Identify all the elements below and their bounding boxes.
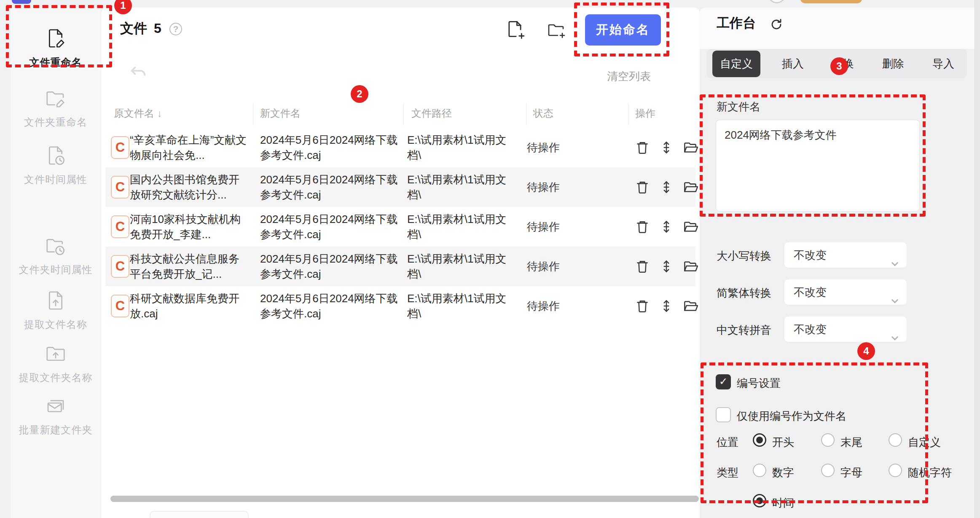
sidebar-item-batch-new-folder[interactable]: 批量新建文件夹: [11, 395, 101, 437]
position-start-label: 开头: [772, 435, 794, 450]
cell-status: 待操作: [527, 298, 590, 314]
tab-replace[interactable]: 替换: [825, 51, 861, 76]
tab-delete[interactable]: 删除: [875, 51, 911, 76]
file-time-icon: [44, 144, 67, 170]
move-row-icon[interactable]: [658, 298, 674, 314]
chevron-down-icon: [891, 289, 899, 297]
table-row: C “辛亥革命在上海”文献文物展向社会免... 2024年5月6日2024网络下…: [105, 128, 695, 167]
column-header-file-path: 文件路径: [411, 107, 452, 120]
type-number-radio[interactable]: [753, 464, 766, 477]
chevron-down-icon: [891, 326, 899, 334]
header-divider: [526, 103, 526, 125]
sidebar-item-label: 文件重命名: [30, 56, 82, 69]
table-row: C 河南10家科技文献机构免费开放_李建... 2024年5月6日2024网络下…: [105, 207, 695, 247]
type-random-radio[interactable]: [889, 464, 902, 477]
numbering-enable-label: 编号设置: [737, 376, 781, 391]
case-convert-label: 大小写转换: [717, 249, 771, 263]
bottom-partial-button[interactable]: [150, 511, 249, 518]
delete-row-icon[interactable]: [634, 140, 650, 156]
table-row: C 科研文献数据库免费开放.caj 2024年5月6日2024网络下载参考文件.…: [105, 286, 695, 326]
cell-status: 待操作: [527, 259, 590, 274]
workbench-panel: 工作台 自定义 插入 替换 删除 导入 新文件名 大小写转换 不改变 简繁体转换…: [700, 0, 975, 518]
open-folder-icon[interactable]: [682, 219, 698, 235]
delete-row-icon[interactable]: [634, 219, 650, 235]
sidebar-item-file-rename[interactable]: 文件重命名: [11, 27, 101, 69]
sidebar-item-folder-time[interactable]: 文件夹时间属性: [11, 234, 101, 276]
window-fragment-blue: [12, 0, 31, 4]
type-number-label: 数字: [772, 465, 794, 480]
open-folder-icon[interactable]: [682, 179, 698, 195]
new-filename-input[interactable]: [716, 120, 920, 212]
table-row: C 科技文献公共信息服务平台免费开放_记... 2024年5月6日2024网络下…: [105, 247, 695, 286]
traditional-convert-select[interactable]: 不改变: [784, 279, 907, 305]
sidebar: 文件重命名 文件夹重命名 文件时间属性 文件夹时间属性 提取文件名称 提取文件夹…: [11, 8, 101, 518]
move-row-icon[interactable]: [658, 219, 674, 235]
horizontal-scrollbar[interactable]: [110, 496, 699, 502]
open-folder-icon[interactable]: [682, 298, 698, 314]
pinyin-convert-label: 中文转拼音: [717, 323, 771, 338]
pinyin-convert-select[interactable]: 不改变: [784, 316, 907, 342]
position-custom-radio[interactable]: [889, 433, 902, 447]
open-folder-icon[interactable]: [682, 258, 698, 274]
move-row-icon[interactable]: [658, 258, 674, 274]
cell-status: 待操作: [527, 219, 590, 234]
tab-custom[interactable]: 自定义: [712, 51, 760, 77]
sidebar-item-label: 提取文件名称: [24, 318, 87, 331]
main-area: 文件5 ? 开始命名 清空列表 原文件名 ↓ 新文件名 文件路径 状态 操作 C…: [101, 0, 700, 518]
extract-file-name-icon: [44, 289, 67, 315]
numbering-enable-checkbox[interactable]: ✓: [716, 374, 731, 389]
tab-import[interactable]: 导入: [926, 51, 961, 76]
clear-list-button[interactable]: 清空列表: [607, 69, 662, 84]
help-icon[interactable]: ?: [169, 23, 182, 35]
add-folder-icon[interactable]: [546, 20, 567, 40]
start-rename-button[interactable]: 开始命名: [585, 14, 661, 46]
extract-folder-name-icon: [44, 342, 67, 368]
type-random-label: 随机字符: [908, 465, 952, 480]
move-row-icon[interactable]: [658, 179, 674, 195]
file-rename-icon: [44, 27, 67, 53]
column-header-operations: 操作: [635, 107, 655, 120]
cell-file-path: E:\试用素材\1试用文档\: [407, 132, 510, 163]
caj-file-badge: C: [111, 176, 129, 199]
undo-icon[interactable]: [129, 63, 148, 83]
sidebar-item-label: 提取文件夹名称: [19, 371, 93, 384]
add-file-icon[interactable]: [505, 19, 525, 40]
case-convert-select[interactable]: 不改变: [784, 242, 907, 268]
delete-row-icon[interactable]: [634, 258, 650, 274]
cell-original-name: “辛亥革命在上海”文献文物展向社会免...: [130, 132, 249, 163]
cell-file-path: E:\试用素材\1试用文档\: [407, 212, 510, 242]
cell-original-name: 科研文献数据库免费开放.caj: [130, 291, 249, 321]
table-row: C 国内公共图书馆免费开放研究文献统计分... 2024年5月6日2024网络下…: [105, 167, 695, 207]
caj-file-badge: C: [111, 215, 129, 238]
sidebar-item-file-time[interactable]: 文件时间属性: [11, 144, 101, 186]
type-letter-label: 字母: [840, 465, 862, 480]
column-header-original-name[interactable]: 原文件名 ↓: [114, 107, 162, 120]
type-letter-radio[interactable]: [821, 464, 835, 477]
refresh-icon[interactable]: [770, 18, 783, 31]
tab-insert[interactable]: 插入: [775, 51, 811, 76]
delete-row-icon[interactable]: [634, 179, 650, 195]
traditional-convert-label: 简繁体转换: [717, 286, 771, 301]
caj-file-badge: C: [111, 136, 129, 159]
sidebar-item-extract-folder-name[interactable]: 提取文件夹名称: [11, 342, 101, 384]
position-end-label: 末尾: [840, 435, 862, 450]
sidebar-item-extract-file-name[interactable]: 提取文件名称: [11, 289, 101, 331]
sidebar-item-folder-rename[interactable]: 文件夹重命名: [11, 87, 101, 129]
cell-new-name: 2024年5月6日2024网络下载参考文件.caj: [260, 132, 405, 163]
cell-new-name: 2024年5月6日2024网络下载参考文件.caj: [260, 172, 405, 202]
cell-file-path: E:\试用素材\1试用文档\: [407, 291, 510, 321]
select-value: 不改变: [794, 286, 827, 298]
folder-time-icon: [44, 234, 67, 260]
cell-status: 待操作: [527, 140, 590, 155]
sort-descending-icon: ↓: [157, 107, 162, 119]
delete-row-icon[interactable]: [634, 298, 650, 314]
move-row-icon[interactable]: [658, 140, 674, 156]
position-group-label: 位置: [717, 435, 738, 450]
cell-new-name: 2024年5月6日2024网络下载参考文件.caj: [260, 251, 405, 282]
open-folder-icon[interactable]: [682, 140, 698, 156]
position-start-radio[interactable]: [753, 433, 766, 447]
position-end-radio[interactable]: [821, 433, 835, 447]
cell-new-name: 2024年5月6日2024网络下载参考文件.caj: [260, 291, 405, 321]
type-time-radio[interactable]: [753, 494, 766, 507]
only-number-checkbox[interactable]: [716, 407, 731, 422]
